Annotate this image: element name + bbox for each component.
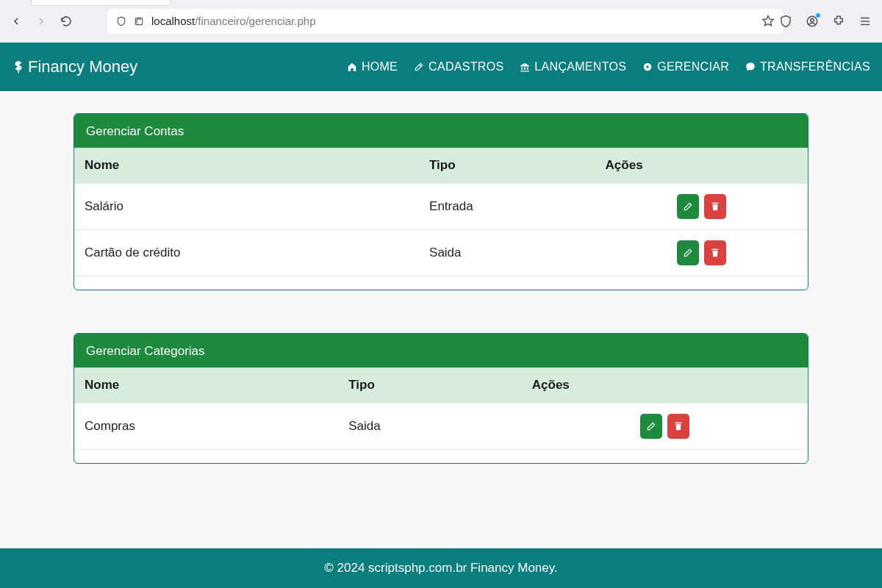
svg-point-2	[811, 18, 814, 22]
svg-point-4	[646, 65, 649, 68]
table-footer-spacer	[74, 276, 808, 290]
cell-tipo: Saida	[338, 404, 522, 450]
nav-transferencias[interactable]: TRANSFERÊNCIAS	[745, 60, 870, 74]
th-nome: Nome	[74, 368, 338, 404]
home-icon	[347, 62, 357, 72]
nav-lancamentos-label: LANÇAMENTOS	[534, 60, 626, 74]
comment-dollar-icon	[745, 62, 756, 72]
cell-acoes	[522, 404, 808, 450]
cell-tipo: Entrada	[419, 184, 595, 230]
nav-lancamentos[interactable]: LANÇAMENTOS	[520, 60, 626, 74]
delete-button[interactable]	[704, 240, 726, 265]
nav-cadastros-label: CADASTROS	[429, 60, 503, 74]
url-text: localhost/financeiro/gerenciar.php	[151, 15, 315, 27]
account-icon[interactable]	[806, 15, 819, 28]
edit-icon	[414, 62, 424, 72]
card-contas-title: Gerenciar Contas	[74, 114, 808, 148]
menu-icon[interactable]	[858, 15, 872, 28]
url-path: /financeiro/gerenciar.php	[195, 15, 315, 27]
table-categorias: Nome Tipo Ações Compras Saida	[74, 368, 808, 450]
app-navbar: Financy Money HOME CADASTROS LANÇAMENTOS…	[0, 43, 882, 91]
cell-nome: Compras	[74, 404, 338, 450]
nav-links: HOME CADASTROS LANÇAMENTOS GERENCIAR TRA…	[347, 60, 870, 74]
url-domain: localhost	[151, 15, 195, 27]
th-acoes: Ações	[522, 368, 808, 404]
edit-button[interactable]	[677, 194, 699, 219]
nav-cadastros[interactable]: CADASTROS	[414, 60, 503, 74]
th-tipo: Tipo	[419, 148, 595, 184]
protection-icon[interactable]	[779, 15, 792, 28]
table-contas: Nome Tipo Ações Salário Entrada Cartão d…	[74, 148, 808, 276]
nav-gerenciar-label: GERENCIAR	[657, 60, 729, 74]
content: Gerenciar Contas Nome Tipo Ações Salário…	[0, 91, 882, 536]
dollar-icon	[12, 59, 25, 75]
browser-toolbar: localhost/financeiro/gerenciar.php	[0, 0, 882, 43]
footer-text: © 2024 scriptsphp.com.br Financy Money.	[324, 561, 557, 575]
bank-icon	[520, 62, 530, 72]
th-nome: Nome	[74, 148, 419, 184]
cell-acoes	[595, 230, 808, 276]
url-bar[interactable]: localhost/financeiro/gerenciar.php	[107, 9, 784, 34]
cell-tipo: Saida	[419, 230, 595, 276]
table-row: Compras Saida	[74, 404, 808, 450]
info-icon	[134, 16, 144, 26]
nav-transferencias-label: TRANSFERÊNCIAS	[760, 60, 870, 74]
forward-icon[interactable]	[35, 15, 47, 27]
nav-home-label: HOME	[362, 60, 398, 74]
cell-acoes	[595, 184, 808, 230]
footer: © 2024 scriptsphp.com.br Financy Money.	[0, 548, 882, 588]
table-row: Salário Entrada	[74, 184, 808, 230]
card-categorias-title: Gerenciar Categorias	[74, 334, 808, 368]
cell-nome: Salário	[74, 184, 419, 230]
table-footer-spacer	[74, 450, 808, 463]
browser-tab-stub	[31, 0, 171, 6]
th-tipo: Tipo	[338, 368, 522, 404]
edit-button[interactable]	[640, 414, 662, 439]
delete-button[interactable]	[704, 194, 726, 219]
nav-home[interactable]: HOME	[347, 60, 398, 74]
browser-right-icons	[779, 15, 872, 28]
extension-icon[interactable]	[832, 15, 845, 28]
card-categorias: Gerenciar Categorias Nome Tipo Ações Com…	[74, 333, 808, 464]
nav-gerenciar[interactable]: GERENCIAR	[642, 60, 729, 74]
brand[interactable]: Financy Money	[12, 57, 137, 76]
bookmark-icon[interactable]	[761, 15, 775, 28]
shield-icon	[116, 16, 126, 26]
brand-text: Financy Money	[28, 57, 137, 76]
th-acoes: Ações	[595, 148, 808, 184]
table-row: Cartão de crédito Saida	[74, 230, 808, 276]
card-contas: Gerenciar Contas Nome Tipo Ações Salário…	[74, 113, 808, 290]
delete-button[interactable]	[667, 414, 689, 439]
eye-icon	[642, 62, 653, 72]
cell-nome: Cartão de crédito	[74, 230, 419, 276]
edit-button[interactable]	[677, 240, 699, 265]
reload-icon[interactable]	[60, 15, 72, 27]
back-icon[interactable]	[10, 15, 22, 27]
